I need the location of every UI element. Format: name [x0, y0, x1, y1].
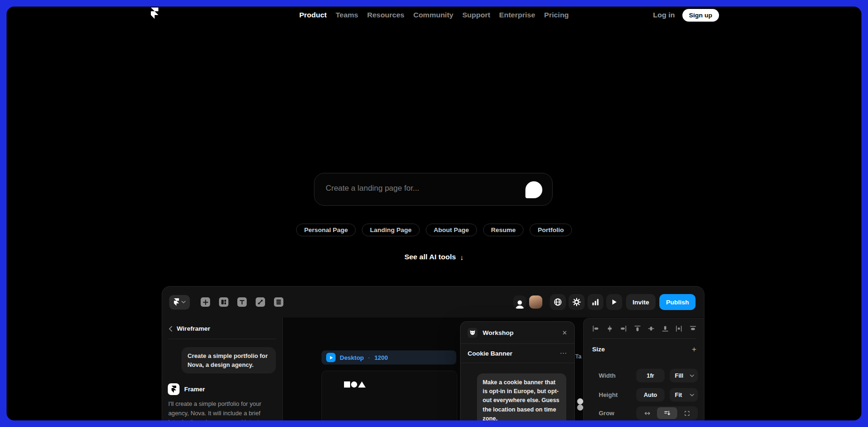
- align-left-icon[interactable]: [592, 325, 599, 332]
- settings-button[interactable]: [569, 294, 585, 310]
- workshop-title: Workshop: [483, 329, 557, 336]
- height-row: Height Fit: [584, 388, 704, 402]
- align-right-icon[interactable]: [620, 325, 627, 332]
- divider: [461, 363, 574, 363]
- ai-prompt-box: [314, 173, 553, 206]
- grow-label: Grow: [599, 410, 614, 417]
- chevron-down-icon: [181, 301, 186, 303]
- wireframer-panel: Wireframer Create a simple portfolio for…: [162, 318, 283, 420]
- cms-database-icon[interactable]: [274, 297, 283, 307]
- workshop-prompt-message: Make a cookie banner that is opt-in in E…: [477, 373, 566, 420]
- frame-separator: ·: [368, 354, 370, 361]
- canvas-peek-circle: [577, 398, 583, 404]
- width-value-input[interactable]: [636, 369, 665, 382]
- height-mode-value: Fit: [675, 392, 690, 398]
- properties-panel: Size + Width Fill Height Fit: [583, 318, 704, 420]
- align-bottom-icon[interactable]: [662, 325, 669, 332]
- nav-auth: Log in Sign up: [653, 7, 719, 23]
- framer-menu-button[interactable]: [169, 295, 190, 310]
- nav-item-resources[interactable]: Resources: [367, 11, 404, 19]
- site-logo-shapes: [344, 381, 366, 388]
- chevron-down-icon: [690, 394, 694, 396]
- grow-stack-option-selected[interactable]: [657, 407, 677, 419]
- user-avatar-photo[interactable]: [529, 295, 542, 309]
- nav-item-support[interactable]: Support: [462, 11, 490, 19]
- close-icon[interactable]: ✕: [562, 329, 567, 336]
- workshop-item-label: Cookie Banner: [468, 350, 560, 357]
- down-arrow-icon: ↓: [460, 253, 464, 261]
- see-all-label: See all AI tools: [404, 253, 456, 261]
- nav-item-community[interactable]: Community: [413, 11, 453, 19]
- align-center-vertical-icon[interactable]: [648, 325, 655, 332]
- height-value-input[interactable]: [636, 388, 665, 402]
- site-content: Product Teams Resources Community Suppor…: [7, 7, 861, 420]
- align-top-icon[interactable]: [634, 325, 641, 332]
- width-mode-select[interactable]: Fill: [670, 369, 698, 382]
- workshop-cat-icon: [468, 328, 477, 338]
- agent-row: Framer: [168, 383, 276, 395]
- nav-item-pricing[interactable]: Pricing: [544, 11, 569, 19]
- login-link[interactable]: Log in: [653, 11, 675, 19]
- workshop-item-cookie-banner[interactable]: Cookie Banner ⋯: [461, 344, 574, 363]
- clipped-frame-label[interactable]: Ta: [575, 353, 581, 360]
- add-size-property-button[interactable]: +: [692, 345, 696, 353]
- insert-plus-icon[interactable]: [201, 297, 210, 307]
- circle-shape-icon: [351, 381, 357, 388]
- height-mode-select[interactable]: Fit: [670, 388, 698, 402]
- width-mode-value: Fill: [675, 373, 690, 379]
- distribute-horizontal-icon[interactable]: [675, 325, 682, 332]
- user-chat-message: Create a simple portfolio for Nova, a de…: [181, 347, 276, 373]
- pill-landing-page[interactable]: Landing Page: [362, 224, 420, 236]
- frame-breadcrumb-desktop[interactable]: Desktop · 1200: [321, 350, 456, 365]
- back-chevron-icon[interactable]: [169, 326, 172, 332]
- agent-name: Framer: [184, 386, 205, 393]
- insert-tools: [201, 297, 283, 307]
- pill-resume[interactable]: Resume: [483, 224, 524, 236]
- pill-about-page[interactable]: About Page: [426, 224, 477, 236]
- pill-personal-page[interactable]: Personal Page: [296, 224, 356, 236]
- analytics-button[interactable]: [587, 294, 603, 310]
- signup-button[interactable]: Sign up: [682, 9, 719, 22]
- grow-expand-option[interactable]: [677, 407, 697, 419]
- collaborator-avatar[interactable]: [513, 295, 526, 309]
- grow-row: Grow: [584, 406, 704, 420]
- lines-arrow-down-icon: [664, 410, 671, 416]
- grow-segmented-control: [636, 406, 698, 420]
- chevron-down-icon: [690, 374, 694, 377]
- invite-button[interactable]: Invite: [626, 294, 656, 310]
- align-center-horizontal-icon[interactable]: [606, 325, 613, 332]
- ellipsis-menu-icon[interactable]: ⋯: [560, 349, 567, 357]
- agent-chat-message: I'll create a simple portfolio for your …: [168, 399, 276, 420]
- nav-item-product[interactable]: Product: [299, 11, 327, 19]
- square-shape-icon: [344, 381, 350, 388]
- grow-horizontal-option[interactable]: [637, 407, 657, 419]
- desktop-frame[interactable]: [321, 371, 457, 420]
- text-tool-icon[interactable]: [237, 297, 247, 307]
- workshop-header: Workshop ✕: [461, 322, 574, 343]
- triangle-shape-icon: [358, 381, 366, 388]
- width-row: Width Fill: [584, 369, 704, 382]
- pill-portfolio[interactable]: Portfolio: [530, 224, 572, 236]
- alignment-toolbar: [584, 318, 704, 332]
- ai-prompt-input[interactable]: [314, 173, 552, 205]
- nav-item-enterprise[interactable]: Enterprise: [499, 11, 535, 19]
- layout-icon[interactable]: [219, 297, 228, 307]
- preview-play-button[interactable]: [606, 294, 622, 310]
- editor-preview-window: Invite Publish Desktop · 1200: [162, 286, 704, 420]
- arrows-horizontal-icon: [644, 411, 651, 416]
- chat-bubble-icon[interactable]: [525, 181, 542, 198]
- wireframer-title: Wireframer: [177, 325, 210, 332]
- framer-homepage: Product Teams Resources Community Suppor…: [0, 0, 868, 427]
- framer-logo-icon[interactable]: [149, 8, 160, 19]
- publish-button[interactable]: Publish: [659, 294, 696, 310]
- site-globe-button[interactable]: [550, 294, 566, 310]
- nav-item-teams[interactable]: Teams: [336, 11, 358, 19]
- see-all-ai-tools-link[interactable]: See all AI tools ↓: [7, 253, 861, 261]
- framer-agent-avatar: [168, 383, 180, 395]
- gear-icon: [572, 298, 581, 306]
- distribute-vertical-icon[interactable]: [689, 325, 696, 332]
- vector-pen-icon[interactable]: [256, 297, 265, 307]
- height-label: Height: [599, 391, 618, 398]
- frame-name: Desktop: [340, 354, 364, 361]
- size-section-title: Size: [592, 346, 605, 353]
